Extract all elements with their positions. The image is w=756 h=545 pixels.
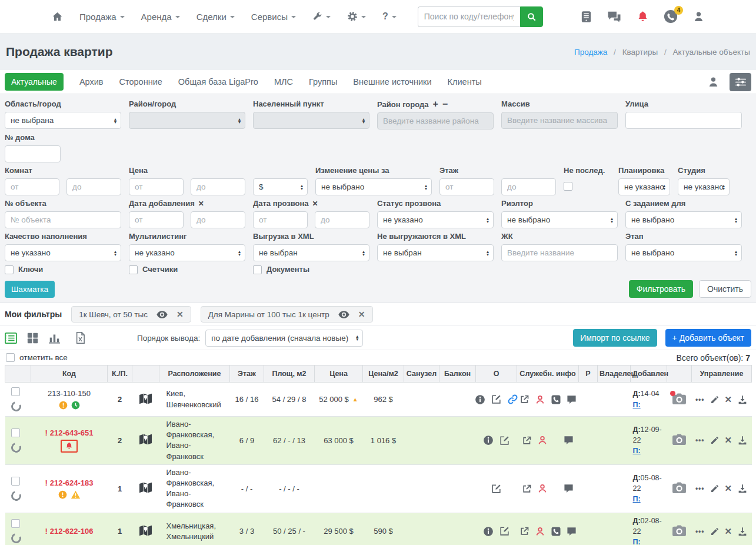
nav-item-servisy[interactable]: Сервисы: [251, 12, 296, 22]
complex-input[interactable]: [501, 244, 618, 261]
camera-icon[interactable]: [672, 481, 687, 496]
price-from-input[interactable]: [129, 178, 184, 195]
date-called-to-input[interactable]: [315, 211, 369, 228]
documents-checkbox[interactable]: [253, 265, 262, 274]
add-district-icon[interactable]: +: [433, 99, 438, 109]
camera-icon[interactable]: [672, 524, 687, 539]
p-link[interactable]: П:: [633, 447, 641, 455]
remove-filter-icon[interactable]: ✕: [358, 310, 365, 319]
header-r[interactable]: Р: [579, 365, 598, 383]
date-called-from-input[interactable]: [253, 211, 308, 228]
download-icon[interactable]: [737, 526, 748, 537]
remove-district-icon[interactable]: −: [442, 99, 448, 109]
home-icon[interactable]: [52, 11, 63, 22]
link-icon[interactable]: [507, 394, 518, 405]
row-checkbox[interactable]: [11, 519, 20, 528]
house-number-input[interactable]: [5, 145, 61, 162]
chess-button[interactable]: Шахматка: [5, 281, 55, 298]
download-icon[interactable]: [737, 394, 748, 405]
chat-bubble-icon[interactable]: [567, 527, 577, 536]
tab-obshchaya-baza[interactable]: Общая база LigaPro: [178, 77, 258, 87]
header-price-m2[interactable]: Цена/м2: [363, 365, 404, 383]
district-city-select[interactable]: [129, 112, 245, 129]
street-input[interactable]: [625, 112, 742, 129]
edit-note-icon[interactable]: [499, 526, 510, 537]
nav-item-prodazha[interactable]: Продажа: [79, 12, 125, 22]
external-link-icon[interactable]: [519, 394, 529, 404]
date-added-to-input[interactable]: [191, 211, 245, 228]
object-id-input[interactable]: [5, 211, 121, 228]
header-area[interactable]: Площ, м2: [264, 365, 315, 383]
import-link-button[interactable]: Импорт по ссылке: [573, 329, 657, 347]
tab-gruppy[interactable]: Группы: [309, 77, 337, 87]
meters-checkbox[interactable]: [129, 265, 138, 274]
owner-person-icon[interactable]: [537, 483, 548, 494]
price-to-input[interactable]: [191, 178, 245, 195]
currency-select[interactable]: $: [253, 178, 308, 195]
object-code[interactable]: 212-643-651: [50, 428, 94, 437]
owner-person-icon[interactable]: [537, 435, 548, 446]
city-district-input[interactable]: [377, 112, 494, 129]
info-icon[interactable]: [475, 394, 485, 405]
user-icon[interactable]: [708, 76, 719, 88]
header-owner[interactable]: Владелец: [598, 365, 631, 383]
select-all-checkbox[interactable]: [6, 353, 15, 362]
xml-export-select[interactable]: не выбран: [253, 244, 369, 261]
keys-checkbox[interactable]: [5, 265, 14, 274]
search-input[interactable]: [418, 6, 520, 27]
map-icon[interactable]: [139, 433, 152, 446]
external-link-icon[interactable]: [522, 436, 532, 446]
p-link[interactable]: П:: [633, 538, 641, 545]
more-actions-icon[interactable]: •••: [695, 527, 705, 536]
delete-icon[interactable]: ✕: [725, 483, 732, 494]
phone-square-icon[interactable]: [551, 526, 561, 537]
info-icon[interactable]: [483, 435, 494, 446]
tab-aktualnye[interactable]: Актуальные: [5, 73, 64, 91]
owner-person-icon[interactable]: [535, 526, 545, 537]
clear-date-called-icon[interactable]: ✕: [312, 200, 318, 208]
map-icon[interactable]: [139, 481, 152, 494]
order-select[interactable]: по дате добавления (сначала новые): [205, 330, 363, 347]
not-last-checkbox[interactable]: [564, 182, 572, 191]
tab-vneshnie[interactable]: Внешние источники: [353, 77, 431, 87]
object-code[interactable]: 212-622-106: [50, 527, 94, 536]
rooms-to-input[interactable]: [66, 178, 121, 195]
clear-button[interactable]: Очистить: [699, 280, 751, 298]
saved-filter-name[interactable]: 1к Шевч, от 50 тыс: [79, 310, 148, 319]
layout-select[interactable]: не указано: [618, 178, 670, 195]
floor-to-input[interactable]: [501, 178, 556, 195]
nav-item-tools[interactable]: [312, 12, 331, 22]
external-link-icon[interactable]: [522, 484, 532, 494]
nav-item-settings[interactable]: [347, 11, 366, 22]
add-object-button[interactable]: + Добавить объект: [665, 329, 751, 347]
clear-date-added-icon[interactable]: ✕: [198, 200, 204, 208]
map-icon[interactable]: [139, 393, 152, 405]
search-button[interactable]: [520, 6, 543, 27]
map-icon[interactable]: [139, 524, 152, 537]
rooms-from-input[interactable]: [5, 178, 59, 195]
remove-filter-icon[interactable]: ✕: [176, 310, 184, 319]
settlement-select[interactable]: [253, 112, 369, 129]
stage-select[interactable]: не выбрано: [625, 244, 742, 261]
notifications-bell-icon[interactable]: [637, 11, 648, 23]
xml-not-export-select[interactable]: не выбран: [377, 244, 494, 261]
more-actions-icon[interactable]: •••: [695, 396, 705, 404]
filter-button[interactable]: Фильтровать: [629, 280, 693, 298]
chat-bubble-icon[interactable]: [567, 395, 577, 404]
eye-icon[interactable]: [156, 311, 168, 318]
journal-icon[interactable]: [581, 11, 591, 23]
edit-note-icon[interactable]: [491, 483, 502, 494]
eye-icon[interactable]: [338, 311, 349, 318]
header-floor[interactable]: Этаж: [230, 365, 264, 383]
object-code[interactable]: 213-110-150: [33, 389, 106, 398]
header-kp[interactable]: К./П.: [108, 365, 132, 383]
callcenter-icon[interactable]: 4: [664, 9, 678, 24]
price-change-select[interactable]: не выбрано: [315, 178, 432, 195]
call-status-select[interactable]: не указано: [377, 211, 494, 228]
row-checkbox[interactable]: [11, 477, 20, 486]
edit-pencil-icon[interactable]: [710, 395, 720, 404]
info-icon[interactable]: [483, 526, 494, 537]
download-icon[interactable]: [737, 483, 748, 494]
delete-icon[interactable]: ✕: [725, 526, 732, 537]
user-icon[interactable]: [693, 11, 704, 22]
